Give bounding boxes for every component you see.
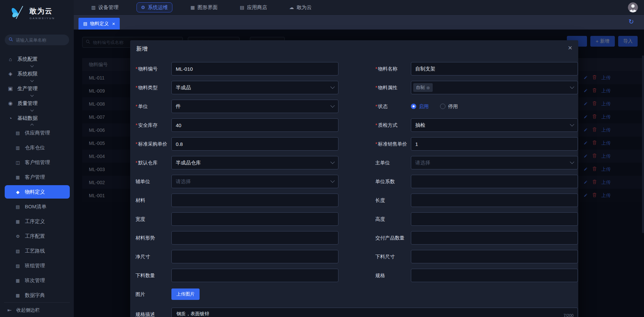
nav-graphic-ui[interactable]: ▦图形界面 bbox=[186, 2, 222, 12]
field-aux-unit[interactable]: 请选择 bbox=[171, 175, 338, 188]
menu-search[interactable] bbox=[5, 35, 69, 45]
shield-icon: ◈ bbox=[7, 71, 13, 77]
field-material-attr[interactable]: 自制⊗ bbox=[411, 81, 578, 94]
sidebar: 敢为云 GANWEIYUN ⌂系统配置◈系统权限▣生产管理◉质量管理◔基础数据▤… bbox=[0, 0, 74, 317]
app-root: 敢为云 GANWEIYUN ⌂系统配置◈系统权限▣生产管理◉质量管理◔基础数据▤… bbox=[0, 0, 644, 317]
menu-item-label: 工序配置 bbox=[25, 233, 45, 240]
field-status: 启用停用 bbox=[411, 100, 458, 113]
sidebar-item-bom-list[interactable]: ▤BOM清单 bbox=[0, 199, 74, 214]
field-blank-qty[interactable] bbox=[171, 269, 338, 282]
sidebar-item-material-definition[interactable]: ◆物料定义 bbox=[0, 184, 74, 199]
height-input[interactable] bbox=[415, 216, 574, 222]
close-icon[interactable]: × bbox=[568, 44, 572, 52]
sidebar-group-system-config[interactable]: ⌂系统配置 bbox=[0, 52, 74, 66]
field-label-material-type: 物料类型 bbox=[136, 81, 170, 94]
field-label-material-code: 物料编号 bbox=[136, 62, 170, 75]
sidebar-item-team-management[interactable]: ▨班组管理 bbox=[0, 258, 74, 273]
refresh-icon[interactable]: ↻ bbox=[629, 18, 634, 25]
radio-on-icon bbox=[411, 104, 416, 109]
cloud-icon: ☁ bbox=[289, 5, 294, 10]
field-blank-size[interactable] bbox=[411, 250, 578, 263]
collapse-sidebar-button[interactable]: ⇤ 收起侧边栏 bbox=[0, 304, 74, 317]
user-avatar[interactable] bbox=[628, 2, 638, 12]
tag-close-icon[interactable]: ⊗ bbox=[426, 85, 430, 90]
nav-system-ops[interactable]: ⚙系统运维 bbox=[137, 2, 172, 12]
width-input[interactable] bbox=[176, 216, 334, 222]
safety-stock-input[interactable] bbox=[176, 122, 334, 128]
sidebar-item-process-definition[interactable]: ▦工序定义 bbox=[0, 214, 74, 229]
nav-app-store[interactable]: ▤应用商店 bbox=[236, 2, 271, 12]
sidebar-menu: ⌂系统配置◈系统权限▣生产管理◉质量管理◔基础数据▤供应商管理▥仓库仓位◫客户组… bbox=[0, 52, 74, 303]
field-height[interactable] bbox=[411, 212, 578, 226]
spec-desc-textarea[interactable]: 钢质，表面镀锌 bbox=[172, 308, 578, 317]
field-label-blank-size: 下料尺寸 bbox=[375, 250, 410, 263]
sidebar-item-supplier-management[interactable]: ▤供应商管理 bbox=[0, 125, 74, 140]
field-length[interactable] bbox=[411, 194, 578, 207]
upload-image-button[interactable]: 上传图片 bbox=[171, 288, 200, 300]
tab-material-definition[interactable]: ▤ 物料定义 × bbox=[78, 18, 120, 30]
field-std-purchase-price[interactable] bbox=[171, 137, 338, 151]
sidebar-item-shift-management[interactable]: ▦班次管理 bbox=[0, 273, 74, 288]
field-material-type[interactable]: 半成品 bbox=[171, 81, 338, 94]
field-label-material-shape: 材料形势 bbox=[136, 231, 170, 245]
field-net-size[interactable] bbox=[171, 250, 338, 263]
field-safety-stock[interactable] bbox=[171, 118, 338, 132]
std-sale-price-input[interactable] bbox=[415, 141, 574, 147]
radio-status-启用[interactable]: 启用 bbox=[411, 103, 429, 110]
field-material-name[interactable] bbox=[411, 62, 578, 75]
sidebar-item-process-config[interactable]: ⚙工序配置 bbox=[0, 229, 74, 244]
field-material-shape[interactable] bbox=[171, 231, 338, 245]
field-label-height: 高度 bbox=[375, 212, 410, 226]
material-type-value: 半成品 bbox=[176, 85, 191, 91]
menu-item-label: BOM清单 bbox=[25, 204, 46, 210]
top-header: ▥设备管理⚙系统运维▦图形界面▤应用商店☁敢为云 bbox=[74, 0, 644, 15]
length-input[interactable] bbox=[415, 198, 574, 203]
sidebar-item-customer-management[interactable]: ▦客户管理 bbox=[0, 170, 74, 184]
field-unit[interactable]: 件 bbox=[171, 100, 338, 113]
upload-image-label: 上传图片 bbox=[176, 291, 195, 297]
spec-input[interactable] bbox=[415, 273, 574, 278]
field-unit-factor[interactable] bbox=[411, 175, 578, 188]
field-spec-desc[interactable]: 钢质，表面镀锌7/200 bbox=[171, 308, 578, 317]
nav-device-management[interactable]: ▥设备管理 bbox=[87, 2, 122, 12]
menu-search-input[interactable] bbox=[16, 38, 65, 43]
field-material-code[interactable] bbox=[171, 62, 338, 75]
sidebar-group-basic-data[interactable]: ◔基础数据 bbox=[0, 111, 74, 125]
material-code-input[interactable] bbox=[176, 66, 334, 72]
field-default-warehouse[interactable]: 半成品仓库 bbox=[171, 156, 338, 169]
sidebar-group-quality-management[interactable]: ◉质量管理 bbox=[0, 96, 74, 111]
sidebar-group-production-management[interactable]: ▣生产管理 bbox=[0, 81, 74, 96]
menu-item-label: 工艺路线 bbox=[25, 248, 45, 254]
field-material[interactable] bbox=[171, 194, 338, 207]
collapse-label: 收起侧边栏 bbox=[16, 307, 40, 313]
field-spec[interactable] bbox=[411, 269, 578, 282]
warehouse-icon: ▥ bbox=[15, 145, 21, 150]
sidebar-item-warehouse-location[interactable]: ▥仓库仓位 bbox=[0, 140, 74, 155]
tab-close-icon[interactable]: × bbox=[112, 21, 115, 27]
sidebar-item-customer-group[interactable]: ◫客户组管理 bbox=[0, 155, 74, 170]
unit-factor-input[interactable] bbox=[415, 179, 574, 184]
std-purchase-price-input[interactable] bbox=[176, 141, 334, 147]
field-std-sale-price[interactable] bbox=[411, 137, 578, 151]
net-size-input[interactable] bbox=[176, 254, 334, 260]
sidebar-item-process-route[interactable]: ▧工艺路线 bbox=[0, 244, 74, 258]
blank-size-input[interactable] bbox=[415, 254, 574, 260]
sidebar-item-data-dictionary[interactable]: ▩数据字典 bbox=[0, 288, 74, 303]
delivery-qty-input[interactable] bbox=[415, 235, 574, 241]
field-main-unit[interactable]: 请选择 bbox=[411, 156, 578, 169]
blank-qty-input[interactable] bbox=[176, 273, 334, 278]
production-icon: ▣ bbox=[7, 86, 13, 92]
sidebar-group-system-permission[interactable]: ◈系统权限 bbox=[0, 66, 74, 81]
material-shape-input[interactable] bbox=[176, 235, 334, 241]
field-width[interactable] bbox=[171, 212, 338, 226]
top-nav: ▥设备管理⚙系统运维▦图形界面▤应用商店☁敢为云 bbox=[87, 0, 316, 15]
store-icon: ▤ bbox=[240, 5, 244, 10]
home-icon: ⌂ bbox=[7, 56, 13, 62]
material-name-input[interactable] bbox=[415, 66, 574, 72]
material-input[interactable] bbox=[176, 198, 334, 203]
doc-icon: ▤ bbox=[83, 21, 87, 26]
field-delivery-qty[interactable] bbox=[411, 231, 578, 245]
nav-ganweiyun[interactable]: ☁敢为云 bbox=[285, 2, 316, 12]
radio-status-停用[interactable]: 停用 bbox=[440, 103, 458, 110]
field-qc-method[interactable]: 抽检 bbox=[411, 118, 578, 132]
